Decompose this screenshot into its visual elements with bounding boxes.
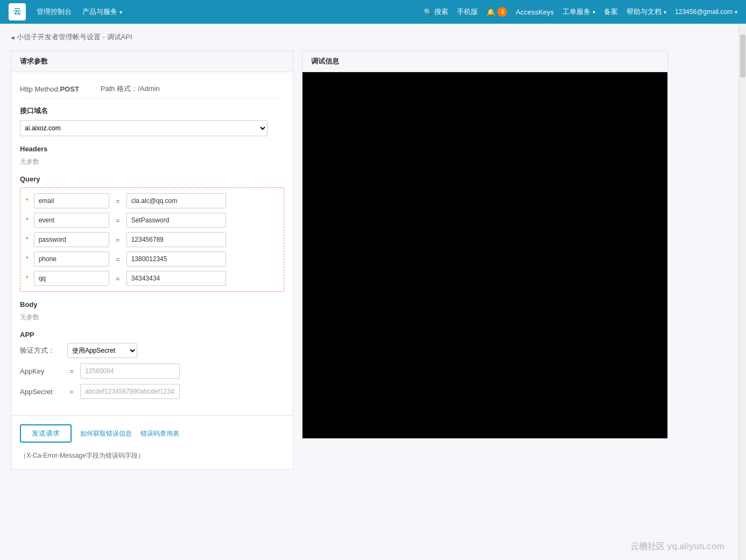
equals-sign: =	[67, 388, 76, 396]
domain-section: 接口域名 ai.aixoz.com	[20, 106, 284, 136]
param-name-event[interactable]	[34, 213, 109, 228]
http-method-row: Http Method:POST Path 格式：/Admin	[20, 80, 284, 99]
error-info-link[interactable]: 如何获取错误信息	[80, 429, 132, 438]
body-section: Body 无参数	[20, 300, 284, 322]
accesskeys-link[interactable]: AccessKeys	[516, 8, 554, 16]
equals-sign: =	[114, 275, 122, 283]
auth-method-row: 验证方式： 使用AppSecret	[20, 343, 284, 358]
backup-link[interactable]: 备案	[604, 7, 618, 17]
required-star: *	[26, 236, 29, 243]
required-star: *	[26, 255, 29, 263]
nav-products[interactable]: 产品与服务 ▾	[82, 7, 122, 17]
appsecret-row: AppSecret =	[20, 384, 284, 399]
http-method-label: Http Method:POST	[20, 85, 79, 93]
send-row: 发送请求 如何获取错误信息 错误码查询表 （X-Ca-Error-Message…	[11, 415, 293, 469]
body-title: Body	[20, 300, 284, 309]
table-row: * =	[26, 251, 278, 267]
param-value-event[interactable]	[126, 213, 226, 228]
help-docs[interactable]: 帮助与文档 ▾	[627, 7, 666, 17]
notification-bell[interactable]: 🔔 4	[487, 7, 507, 17]
logo: 云	[9, 3, 26, 20]
table-row: * =	[26, 213, 278, 228]
domain-title: 接口域名	[20, 106, 284, 116]
table-row: * =	[26, 193, 278, 208]
debug-panel: 调试信息	[302, 51, 668, 439]
help-text: （X-Ca-Error-Message字段为错误码字段）	[20, 451, 144, 460]
equals-sign: =	[114, 216, 122, 225]
equals-sign: =	[114, 197, 122, 205]
appkey-row: AppKey =	[20, 363, 284, 379]
mobile-version[interactable]: 手机版	[457, 7, 478, 17]
breadcrumb: ◂ 小信子开发者管理帐号设置 - 调试API	[11, 32, 735, 42]
query-params-container: * = * =	[20, 187, 284, 292]
table-row: * =	[26, 232, 278, 247]
query-section: Query * = *	[20, 175, 284, 292]
equals-sign: =	[67, 367, 76, 375]
auth-label: 验证方式：	[20, 346, 63, 355]
param-name-qq[interactable]	[34, 271, 109, 286]
headers-title: Headers	[20, 145, 284, 153]
domain-select[interactable]: ai.aixoz.com	[20, 120, 268, 136]
param-value-phone[interactable]	[126, 251, 226, 267]
chevron-down-icon: ▾	[664, 9, 666, 15]
auth-select[interactable]: 使用AppSecret	[67, 343, 137, 358]
required-star: *	[26, 275, 29, 282]
request-panel-header: 请求参数	[11, 51, 293, 72]
breadcrumb-separator: ◂	[11, 33, 15, 41]
param-name-password[interactable]	[34, 232, 109, 247]
scrollbar-thumb[interactable]	[740, 34, 745, 78]
body-no-params: 无参数	[20, 313, 284, 322]
search-icon: 🔍	[424, 8, 432, 16]
chevron-down-icon: ▾	[593, 9, 595, 15]
top-navigation: 云 管理控制台 产品与服务 ▾ 🔍 搜索 手机版 🔔 4 AccessKeys …	[0, 0, 746, 24]
param-value-qq[interactable]	[126, 271, 226, 286]
app-title: APP	[20, 331, 284, 339]
required-star: *	[26, 197, 29, 205]
ticket-service[interactable]: 工单服务 ▾	[562, 7, 595, 17]
search-button[interactable]: 🔍 搜索	[424, 7, 448, 17]
table-row: * =	[26, 271, 278, 286]
equals-sign: =	[114, 236, 122, 244]
bell-icon: 🔔	[487, 8, 495, 16]
nav-console[interactable]: 管理控制台	[37, 7, 72, 17]
chevron-down-icon: ▾	[735, 9, 737, 15]
request-panel: 请求参数 Http Method:POST Path 格式：/Admin	[11, 51, 293, 470]
path-format: Path 格式：/Admin	[101, 84, 160, 94]
appsecret-input[interactable]	[80, 384, 180, 399]
send-button[interactable]: 发送请求	[20, 424, 72, 443]
user-account[interactable]: 123456@gmail.com ▾	[675, 8, 737, 16]
query-title: Query	[20, 175, 284, 183]
appkey-label: AppKey	[20, 367, 63, 375]
param-name-phone[interactable]	[34, 251, 109, 267]
debug-output	[302, 72, 667, 438]
param-value-email[interactable]	[126, 193, 226, 208]
chevron-down-icon: ▾	[119, 9, 122, 15]
appsecret-label: AppSecret	[20, 388, 63, 396]
headers-no-params: 无参数	[20, 157, 284, 166]
param-name-email[interactable]	[34, 193, 109, 208]
scrollbar-track[interactable]	[738, 24, 746, 560]
equals-sign: =	[114, 255, 122, 263]
param-value-password[interactable]	[126, 232, 226, 247]
notification-badge: 4	[497, 7, 507, 17]
required-star: *	[26, 216, 29, 224]
error-code-link[interactable]: 错误码查询表	[140, 429, 179, 438]
debug-header: 调试信息	[302, 51, 667, 72]
app-section: APP 验证方式： 使用AppSecret AppKey =	[20, 331, 284, 399]
appkey-input[interactable]	[80, 363, 180, 379]
headers-section: Headers 无参数	[20, 145, 284, 166]
